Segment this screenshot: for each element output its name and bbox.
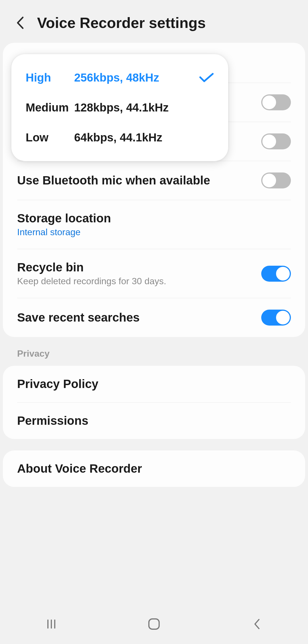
setting-privacy-policy[interactable]: Privacy Policy [3,366,305,402]
back-button[interactable] [14,17,26,29]
option-spec: 256kbps, 48kHz [74,71,197,84]
nav-home-button[interactable] [145,615,163,633]
system-navbar [0,604,308,644]
setting-permissions[interactable]: Permissions [3,403,305,439]
home-icon [148,618,160,630]
option-label: High [26,71,74,84]
chevron-left-icon [16,16,24,29]
setting-title: Permissions [17,414,88,428]
setting-value: Internal storage [17,227,111,237]
setting-save-searches[interactable]: Save recent searches [3,298,305,337]
setting-subtitle: Keep deleted recordings for 30 days. [17,276,166,287]
nav-back-button[interactable] [248,615,265,633]
section-label-privacy: Privacy [0,348,308,366]
setting-about[interactable]: About Voice Recorder [3,450,305,487]
setting-bluetooth-mic[interactable]: Use Bluetooth mic when available [3,161,305,200]
setting-title: Recycle bin [17,261,166,274]
privacy-card: Privacy Policy Permissions [3,366,305,439]
recents-icon [46,618,57,630]
quality-option-high[interactable]: High 256kbps, 48kHz [11,63,228,93]
setting-title: About Voice Recorder [17,462,142,476]
option-spec: 64kbps, 44.1kHz [74,131,197,144]
setting-title: Privacy Policy [17,377,98,391]
option-label: Medium [26,101,74,114]
quality-popup: High 256kbps, 48kHz Medium 128kbps, 44.1… [11,54,228,161]
toggle-save-searches[interactable] [261,310,291,326]
svg-rect-3 [149,619,159,629]
chevron-left-icon [253,618,261,630]
setting-storage-location[interactable]: Storage location Internal storage [3,200,305,249]
quality-option-medium[interactable]: Medium 128kbps, 44.1kHz [11,93,228,123]
setting-title: Use Bluetooth mic when available [17,174,210,187]
setting-title: Save recent searches [17,311,140,324]
quality-option-low[interactable]: Low 64kbps, 44.1kHz [11,123,228,153]
setting-title: Storage location [17,212,111,225]
page-title: Voice Recorder settings [37,14,206,31]
header: Voice Recorder settings [0,0,308,43]
check-icon [197,73,214,83]
option-label: Low [26,131,74,144]
option-spec: 128kbps, 44.1kHz [74,101,197,114]
toggle-skip-silence[interactable] [261,94,291,110]
setting-recycle-bin[interactable]: Recycle bin Keep deleted recordings for … [3,249,305,298]
toggle-auto-play[interactable] [261,133,291,149]
toggle-bluetooth-mic[interactable] [261,172,291,188]
toggle-recycle-bin[interactable] [261,266,291,282]
nav-recents-button[interactable] [43,615,60,633]
about-card: About Voice Recorder [3,450,305,487]
